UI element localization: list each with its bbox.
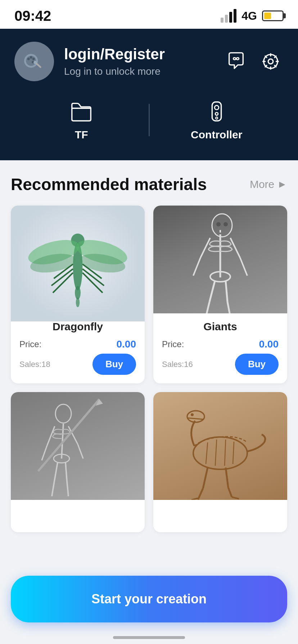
tf-label: TF (75, 129, 88, 141)
controller-icon (204, 99, 229, 124)
svg-line-70 (203, 468, 208, 488)
svg-point-68 (187, 411, 204, 422)
header-top: login/Register Log in to unlock more (14, 42, 284, 81)
svg-line-72 (226, 468, 228, 487)
svg-line-60 (67, 481, 68, 496)
material-card-warrior[interactable] (11, 392, 145, 532)
dragonfly-name: Dragonfly (19, 321, 136, 333)
user-info: login/Register Log in to unlock more (14, 42, 165, 81)
svg-rect-19 (212, 102, 221, 121)
header: login/Register Log in to unlock more (0, 29, 298, 160)
svg-point-36 (75, 286, 81, 299)
dragonfly-svg (11, 206, 145, 322)
nav-controller[interactable]: Controller (150, 96, 284, 144)
svg-line-78 (215, 440, 217, 466)
dragonfly-price-row: Price: 0.00 (19, 339, 136, 350)
giants-buy-button[interactable]: Buy (235, 354, 279, 375)
svg-line-80 (233, 442, 234, 464)
warrior-name (19, 507, 136, 518)
svg-line-44 (209, 281, 215, 302)
folder-icon (69, 99, 94, 124)
dino-info (153, 500, 287, 532)
dino-image (153, 392, 287, 500)
dino-svg (153, 392, 287, 500)
svg-point-67 (193, 437, 247, 469)
status-time: 09:42 (14, 8, 51, 24)
section-title: Recommended materials (11, 175, 207, 194)
giants-price-label: Price: (162, 339, 184, 349)
svg-line-57 (54, 463, 58, 481)
svg-point-20 (215, 105, 219, 110)
svg-point-54 (55, 404, 71, 423)
controller-label: Controller (191, 129, 242, 141)
section-header: Recommended materials More ► (11, 175, 287, 194)
avatar[interactable] (14, 42, 54, 81)
svg-point-3 (30, 56, 32, 59)
start-creation-button[interactable]: Start your creation (11, 576, 287, 622)
dragonfly-image (11, 206, 145, 313)
material-card-dragonfly[interactable]: Dragonfly Price: 0.00 Sales:18 Buy (11, 206, 145, 383)
start-creation-container: Start your creation (11, 576, 287, 622)
svg-point-21 (215, 112, 218, 115)
dragonfly-info: Dragonfly Price: 0.00 Sales:18 Buy (11, 313, 145, 383)
svg-point-2 (27, 58, 30, 60)
nav-tf[interactable]: TF (14, 96, 149, 144)
avatar-icon (22, 49, 47, 74)
chat-button[interactable] (223, 49, 249, 74)
svg-line-47 (227, 302, 230, 313)
status-icons: 4G (221, 9, 284, 23)
giants-price-row: Price: 0.00 (162, 339, 279, 350)
more-text: More (250, 178, 274, 190)
material-card-giants[interactable]: Giants Price: 0.00 Sales:16 Buy (153, 206, 287, 383)
svg-line-76 (232, 497, 239, 499)
main-content: Recommended materials More ► (0, 160, 298, 590)
svg-point-22 (216, 117, 218, 119)
svg-line-74 (191, 498, 199, 500)
chevron-right-icon: ► (277, 179, 287, 190)
svg-line-49 (193, 258, 200, 276)
svg-point-38 (212, 214, 232, 237)
more-link[interactable]: More ► (250, 178, 287, 190)
header-actions (223, 49, 284, 74)
network-label: 4G (241, 9, 257, 23)
svg-line-64 (78, 444, 83, 459)
giants-name: Giants (162, 321, 279, 333)
svg-line-48 (200, 238, 210, 258)
materials-grid: Dragonfly Price: 0.00 Sales:18 Buy (11, 206, 287, 532)
dragonfly-price: 0.00 (117, 339, 136, 350)
svg-point-9 (268, 59, 273, 64)
svg-point-40 (224, 222, 228, 226)
skeleton-svg (153, 206, 287, 313)
dragonfly-sales: Sales:18 (19, 360, 50, 369)
user-subtitle: Log in to unlock more (64, 66, 165, 77)
settings-button[interactable] (258, 49, 284, 74)
header-nav: TF Controller (14, 96, 284, 144)
svg-line-77 (206, 442, 208, 464)
svg-line-45 (206, 302, 209, 313)
dragonfly-footer: Sales:18 Buy (19, 354, 136, 375)
giants-sales: Sales:16 (162, 360, 193, 369)
svg-point-69 (191, 413, 194, 416)
warrior-info (11, 500, 145, 532)
svg-line-51 (240, 258, 247, 276)
svg-line-73 (228, 487, 232, 497)
dragonfly-buy-button[interactable]: Buy (92, 354, 136, 375)
svg-line-79 (225, 440, 226, 466)
user-name[interactable]: login/Register (64, 46, 165, 63)
svg-point-39 (216, 222, 221, 226)
signal-bars-icon (221, 9, 236, 23)
warrior-svg (11, 392, 145, 500)
svg-point-7 (33, 61, 37, 64)
dino-name (162, 507, 279, 518)
home-indicator (113, 636, 185, 639)
svg-line-59 (66, 463, 67, 481)
giants-footer: Sales:16 Buy (162, 354, 279, 375)
battery-icon (262, 10, 284, 21)
material-card-dino[interactable] (153, 392, 287, 532)
chat-icon (226, 51, 247, 72)
giants-price: 0.00 (259, 339, 279, 350)
battery-level (264, 13, 271, 19)
svg-line-75 (198, 498, 199, 500)
svg-line-62 (42, 445, 47, 460)
svg-line-58 (52, 481, 54, 496)
